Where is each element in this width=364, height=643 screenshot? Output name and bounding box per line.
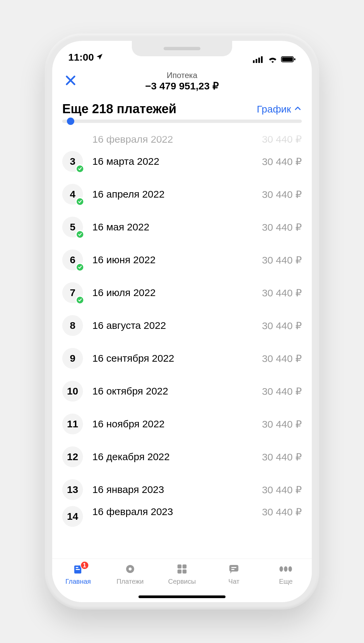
battery-icon bbox=[281, 56, 296, 63]
header-subtitle: Ипотека bbox=[52, 71, 312, 80]
svg-rect-6 bbox=[294, 58, 295, 60]
check-icon bbox=[76, 197, 84, 206]
phone-frame: 11:00 bbox=[45, 33, 319, 610]
payment-date: 16 ноября 2022 bbox=[92, 418, 262, 430]
svg-point-20 bbox=[284, 566, 288, 572]
payment-number-badge: 12 bbox=[62, 446, 83, 467]
payment-number-badge: 9 bbox=[62, 348, 83, 369]
summary-row: Еще 218 платежей График bbox=[52, 98, 312, 120]
payment-number: 9 bbox=[70, 353, 76, 364]
payment-list[interactable]: 216 февраля 202230 440 ₽316 марта 202230… bbox=[52, 126, 312, 559]
payment-row[interactable]: 616 июня 202230 440 ₽ bbox=[52, 243, 312, 276]
close-button[interactable] bbox=[62, 73, 79, 89]
tab-badge: 1 bbox=[80, 561, 89, 570]
payment-date: 16 октября 2022 bbox=[92, 385, 262, 397]
tab-label: Сервисы bbox=[168, 578, 196, 585]
svg-rect-2 bbox=[258, 58, 260, 63]
svg-rect-3 bbox=[261, 56, 263, 63]
payment-row[interactable]: 1316 января 202330 440 ₽ bbox=[52, 473, 312, 506]
payment-amount: 30 440 ₽ bbox=[262, 254, 302, 266]
payment-date: 16 июля 2022 bbox=[92, 287, 262, 298]
svg-point-21 bbox=[288, 566, 292, 572]
payment-number-badge: 3 bbox=[62, 151, 83, 172]
payment-date: 16 августа 2022 bbox=[92, 320, 262, 331]
location-icon bbox=[96, 52, 103, 63]
tab-label: Еще bbox=[279, 578, 293, 585]
payment-number-badge: 4 bbox=[62, 184, 83, 205]
payment-row[interactable]: 216 февраля 202230 440 ₽ bbox=[52, 128, 312, 145]
payment-amount: 30 440 ₽ bbox=[262, 133, 302, 145]
payment-date: 16 мая 2022 bbox=[92, 221, 262, 233]
payment-number-badge: 6 bbox=[62, 249, 83, 270]
payment-number: 5 bbox=[70, 221, 76, 233]
payment-number: 14 bbox=[67, 511, 78, 522]
tab-label: Чат bbox=[229, 578, 240, 585]
more-icon bbox=[279, 562, 292, 576]
chart-toggle[interactable]: График bbox=[257, 103, 302, 115]
svg-rect-9 bbox=[76, 569, 80, 570]
tab-bar: Главная1ПлатежиСервисыЧатЕще bbox=[52, 559, 312, 602]
payment-number-badge: 5 bbox=[62, 217, 83, 237]
payment-number: 11 bbox=[67, 418, 78, 430]
progress-bar[interactable] bbox=[52, 120, 312, 126]
svg-rect-12 bbox=[177, 565, 181, 569]
payment-row[interactable]: 516 мая 202230 440 ₽ bbox=[52, 211, 312, 243]
payment-date: 16 февраля 2023 bbox=[92, 506, 262, 517]
home-indicator[interactable] bbox=[139, 595, 225, 598]
tab-home[interactable]: Главная1 bbox=[58, 562, 98, 585]
svg-rect-14 bbox=[177, 570, 181, 574]
svg-rect-5 bbox=[282, 57, 293, 61]
check-icon bbox=[76, 164, 84, 173]
check-icon bbox=[76, 230, 84, 239]
payment-row[interactable]: 1016 октября 202230 440 ₽ bbox=[52, 375, 312, 408]
svg-rect-0 bbox=[253, 60, 255, 63]
payment-row[interactable]: 416 апреля 202230 440 ₽ bbox=[52, 178, 312, 211]
payment-number: 4 bbox=[70, 189, 76, 200]
svg-rect-18 bbox=[232, 569, 235, 570]
payments-icon bbox=[123, 562, 137, 576]
summary-title: Еще 218 платежей bbox=[62, 102, 176, 116]
wifi-icon bbox=[268, 56, 278, 63]
payment-row[interactable]: 1416 февраля 202330 440 ₽ bbox=[52, 506, 312, 527]
payment-row[interactable]: 1116 ноября 202230 440 ₽ bbox=[52, 408, 312, 440]
payment-date: 16 февраля 2022 bbox=[92, 134, 262, 145]
payment-row[interactable]: 916 сентября 202230 440 ₽ bbox=[52, 342, 312, 375]
header-balance: −3 479 951,23 ₽ bbox=[52, 80, 312, 92]
cellular-icon bbox=[253, 56, 264, 63]
payment-date: 16 января 2023 bbox=[92, 484, 262, 495]
tab-label: Платежи bbox=[116, 578, 144, 585]
check-icon bbox=[76, 263, 84, 272]
phone-screen: 11:00 bbox=[52, 41, 312, 602]
payment-row[interactable]: 816 августа 202230 440 ₽ bbox=[52, 309, 312, 342]
close-icon bbox=[64, 74, 77, 88]
payment-number-badge: 10 bbox=[62, 381, 83, 402]
payment-amount: 30 440 ₽ bbox=[262, 451, 302, 463]
payment-amount: 30 440 ₽ bbox=[262, 320, 302, 332]
payment-number: 7 bbox=[70, 287, 76, 298]
payment-number-badge: 7 bbox=[62, 282, 83, 303]
tab-label: Главная bbox=[66, 578, 91, 585]
payment-row[interactable]: 716 июля 202230 440 ₽ bbox=[52, 276, 312, 309]
payment-amount: 30 440 ₽ bbox=[262, 484, 302, 496]
svg-rect-8 bbox=[76, 567, 78, 568]
payment-number-badge: 14 bbox=[62, 506, 83, 527]
payment-number-badge: 13 bbox=[62, 479, 83, 500]
tab-more[interactable]: Еще bbox=[266, 562, 306, 585]
payment-row[interactable]: 316 марта 202230 440 ₽ bbox=[52, 145, 312, 178]
services-icon bbox=[175, 562, 189, 576]
payment-number: 10 bbox=[67, 385, 78, 397]
tab-payments[interactable]: Платежи bbox=[110, 562, 150, 585]
payment-amount: 30 440 ₽ bbox=[262, 156, 302, 167]
svg-rect-15 bbox=[182, 570, 186, 574]
svg-rect-13 bbox=[182, 565, 186, 569]
payment-amount: 30 440 ₽ bbox=[262, 418, 302, 430]
svg-rect-16 bbox=[230, 565, 239, 572]
tab-chat[interactable]: Чат bbox=[214, 562, 254, 585]
tab-services[interactable]: Сервисы bbox=[162, 562, 202, 585]
svg-point-19 bbox=[280, 566, 283, 572]
payment-number-badge: 11 bbox=[62, 414, 83, 434]
check-icon bbox=[76, 296, 84, 304]
payment-number: 12 bbox=[67, 451, 78, 462]
payment-row[interactable]: 1216 декабря 202230 440 ₽ bbox=[52, 440, 312, 473]
chart-toggle-label: График bbox=[257, 103, 291, 115]
